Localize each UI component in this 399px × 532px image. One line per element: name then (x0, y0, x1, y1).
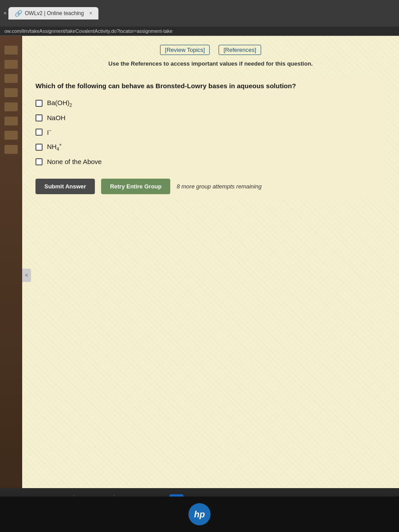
tab-bar: × 🔗 OWLv2 | Online teaching × (4, 7, 98, 20)
browser-chrome: × 🔗 OWLv2 | Online teaching × (0, 0, 399, 27)
review-topics-link[interactable]: [Review Topics] (160, 45, 210, 55)
sidebar-nav-5[interactable] (4, 102, 18, 111)
tab-close-btn[interactable]: × (89, 10, 92, 16)
left-sidebar (0, 36, 22, 515)
option-checkbox-4[interactable] (35, 144, 43, 151)
top-toolbar: [Review Topics] [References] (35, 45, 386, 55)
option-item-2: NaOH (35, 113, 386, 122)
option-label-4: NH4+ (47, 142, 62, 152)
hp-logo-area: hp (0, 497, 399, 532)
attempts-remaining-text: 8 more group attempts remaining (176, 183, 261, 190)
sidebar-nav-6[interactable] (4, 117, 18, 125)
sidebar-nav-4[interactable] (4, 88, 18, 97)
reference-note: Use the References to access important v… (35, 60, 386, 67)
sidebar-nav-2[interactable] (4, 60, 18, 69)
references-link[interactable]: [References] (219, 45, 261, 55)
option-label-2: NaOH (47, 113, 66, 122)
sidebar-nav-8[interactable] (4, 145, 18, 154)
active-tab[interactable]: 🔗 OWLv2 | Online teaching × (8, 7, 98, 20)
sidebar-nav-7[interactable] (4, 131, 18, 140)
main-content: [Review Topics] [References] Use the Ref… (22, 36, 399, 515)
sidebar-nav-3[interactable] (4, 74, 18, 83)
submit-answer-button[interactable]: Submit Answer (35, 179, 95, 194)
address-bar[interactable]: ow.com/ilrn/takeAssignment/takeCovalentA… (0, 27, 399, 36)
options-list: Ba(OH)2 NaOH I− NH4+ None of (35, 98, 386, 166)
option-label-1: Ba(OH)2 (47, 98, 72, 108)
tab-close-prev[interactable]: × (4, 10, 7, 16)
sidebar-nav-1[interactable] (4, 46, 18, 55)
option-item-1: Ba(OH)2 (35, 98, 386, 108)
question-text: Which of the following can behave as Bro… (35, 81, 386, 90)
option-item-4: NH4+ (35, 142, 386, 152)
sidebar-collapse-arrow[interactable]: < (22, 269, 31, 282)
option-label-5: None of the Above (47, 157, 102, 166)
option-checkbox-5[interactable] (35, 158, 43, 165)
option-checkbox-3[interactable] (35, 129, 43, 136)
tab-favicon: 🔗 (15, 10, 22, 17)
retry-entire-group-button[interactable]: Retry Entire Group (101, 179, 170, 194)
question-container: Which of the following can behave as Bro… (35, 77, 386, 199)
option-checkbox-1[interactable] (35, 100, 43, 107)
tab-label: OWLv2 | Online teaching (25, 10, 84, 16)
option-checkbox-2[interactable] (35, 114, 43, 121)
option-item-5: None of the Above (35, 157, 386, 166)
option-item-3: I− (35, 128, 386, 137)
option-label-3: I− (47, 128, 51, 137)
screen: < [Review Topics] [References] Use the R… (0, 36, 399, 515)
buttons-row: Submit Answer Retry Entire Group 8 more … (35, 179, 386, 194)
hp-logo: hp (188, 503, 211, 525)
